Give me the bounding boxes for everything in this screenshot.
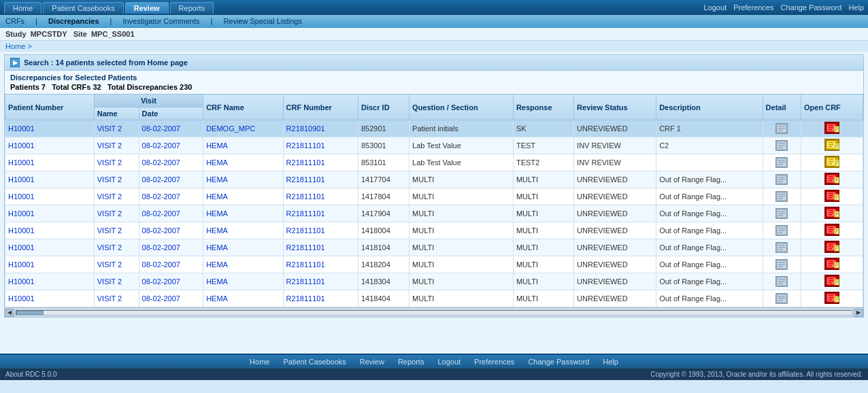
- cell-detail[interactable]: [763, 222, 801, 239]
- svg-rect-19: [829, 146, 832, 148]
- cell-patient: H10001: [5, 256, 95, 273]
- footer-reports-link[interactable]: Reports: [398, 358, 424, 366]
- cell-date: 08-02-2007: [139, 188, 203, 205]
- subnav-review-special-listings[interactable]: Review Special Listings: [223, 17, 302, 25]
- cell-question: MULTI: [410, 256, 514, 273]
- col-visit-header[interactable]: Visit: [94, 95, 203, 107]
- cell-question: MULTI: [410, 222, 514, 239]
- col-discr-id[interactable]: Discr ID: [358, 95, 410, 120]
- col-crf-number[interactable]: CRF Number: [283, 95, 358, 120]
- svg-rect-114: [829, 280, 833, 281]
- col-response[interactable]: Response: [513, 95, 573, 120]
- scrollbar-track[interactable]: [16, 310, 852, 315]
- footer-review-link[interactable]: Review: [360, 358, 384, 366]
- col-date[interactable]: Date: [139, 107, 203, 120]
- logout-link[interactable]: Logout: [704, 3, 727, 12]
- change-password-link[interactable]: Change Password: [780, 3, 841, 12]
- footer-change-password-link[interactable]: Change Password: [528, 358, 589, 366]
- cell-response: MULTI: [513, 205, 573, 222]
- tab-patient-casebooks[interactable]: Patient Casebooks: [43, 2, 123, 14]
- cell-detail[interactable]: [763, 120, 801, 137]
- cell-open-crf[interactable]: [801, 154, 863, 171]
- tab-home[interactable]: Home: [4, 2, 41, 14]
- footer-patient-casebooks-link[interactable]: Patient Casebooks: [283, 358, 346, 366]
- cell-detail[interactable]: [763, 256, 801, 273]
- table-row[interactable]: H10001 VISIT 2 08-02-2007 HEMA R21811101…: [5, 171, 863, 188]
- table-row[interactable]: H10001 VISIT 2 08-02-2007 HEMA R21811101…: [5, 188, 863, 205]
- cell-crf-name: HEMA: [203, 137, 283, 154]
- col-patient-number[interactable]: Patient Number: [5, 95, 95, 120]
- col-detail[interactable]: Detail: [763, 95, 801, 120]
- cell-crf-name: HEMA: [203, 188, 283, 205]
- col-review-status[interactable]: Review Status: [574, 95, 656, 120]
- cell-open-crf[interactable]: [801, 273, 863, 290]
- cell-question: MULTI: [410, 171, 514, 188]
- cell-open-crf[interactable]: [801, 290, 863, 307]
- cell-discr-id: 1417704: [358, 171, 410, 188]
- cell-detail[interactable]: [763, 154, 801, 171]
- cell-name: VISIT 2: [94, 222, 139, 239]
- table-row[interactable]: H10001 VISIT 2 08-02-2007 HEMA R21811101…: [5, 154, 863, 171]
- horizontal-scrollbar[interactable]: ◀ ▶: [5, 307, 863, 317]
- table-row[interactable]: H10001 VISIT 2 08-02-2007 HEMA R21811101…: [5, 137, 863, 154]
- table-row[interactable]: H10001 VISIT 2 08-02-2007 HEMA R21811101…: [5, 205, 863, 222]
- help-link[interactable]: Help: [848, 3, 864, 12]
- cell-open-crf[interactable]: [801, 188, 863, 205]
- cell-detail[interactable]: [763, 205, 801, 222]
- table-row[interactable]: H10001 VISIT 2 08-02-2007 HEMA R21811101…: [5, 239, 863, 256]
- footer-home-link[interactable]: Home: [250, 358, 269, 366]
- copyright-text: Copyright © 1993, 2013, Oracle and/or it…: [650, 371, 863, 378]
- cell-open-crf[interactable]: [801, 205, 863, 222]
- cell-crf-name: HEMA: [203, 256, 283, 273]
- cell-review-status: UNREVIEWED: [574, 273, 656, 290]
- breadcrumb[interactable]: Home >: [0, 41, 868, 52]
- cell-patient: H10001: [5, 290, 95, 307]
- col-description[interactable]: Description: [656, 95, 763, 120]
- cell-discr-id: 1417904: [358, 205, 410, 222]
- col-open-crf[interactable]: Open CRF: [801, 95, 863, 120]
- subnav-discrepancies[interactable]: Discrepancies: [48, 17, 99, 25]
- table-row[interactable]: H10001 VISIT 2 08-02-2007 HEMA R21811101…: [5, 256, 863, 273]
- cell-open-crf[interactable]: [801, 137, 863, 154]
- cell-open-crf[interactable]: [801, 239, 863, 256]
- tab-review[interactable]: Review: [125, 2, 169, 14]
- footer-help-link[interactable]: Help: [603, 358, 618, 366]
- svg-rect-55: [829, 197, 832, 199]
- footer-logout-link[interactable]: Logout: [437, 358, 461, 366]
- col-crf-name[interactable]: CRF Name: [203, 95, 283, 120]
- search-toggle-icon[interactable]: ▶: [10, 58, 20, 67]
- scroll-right-btn[interactable]: ▶: [854, 309, 863, 317]
- svg-rect-66: [829, 212, 833, 213]
- subnav-crfs[interactable]: CRFs: [5, 17, 24, 25]
- table-row[interactable]: H10001 VISIT 2 08-02-2007 HEMA R21811101…: [5, 222, 863, 239]
- cell-detail[interactable]: [763, 171, 801, 188]
- table-row[interactable]: H10001 VISIT 2 08-02-2007 DEMOG_MPC R218…: [5, 120, 863, 137]
- col-question[interactable]: Question / Section: [410, 95, 514, 120]
- cell-detail[interactable]: [763, 188, 801, 205]
- cell-response: MULTI: [513, 273, 573, 290]
- col-name[interactable]: Name: [94, 107, 139, 120]
- cell-open-crf[interactable]: [801, 120, 863, 137]
- cell-review-status: UNREVIEWED: [574, 120, 656, 137]
- cell-detail[interactable]: [763, 290, 801, 307]
- subnav-investigator-comments[interactable]: Investigator Comments: [122, 17, 199, 25]
- cell-open-crf[interactable]: [801, 171, 863, 188]
- app-version: About RDC 5.0.0: [5, 371, 57, 378]
- cell-crf-number: R21811101: [283, 222, 358, 239]
- scroll-left-btn[interactable]: ◀: [5, 309, 14, 317]
- cell-discr-id: 1418204: [358, 256, 410, 273]
- svg-rect-78: [829, 229, 833, 230]
- table-row[interactable]: H10001 VISIT 2 08-02-2007 HEMA R21811101…: [5, 273, 863, 290]
- cell-description: Out of Range Flag...: [656, 171, 763, 188]
- preferences-link[interactable]: Preferences: [733, 3, 773, 12]
- table-row[interactable]: H10001 VISIT 2 08-02-2007 HEMA R21811101…: [5, 290, 863, 307]
- discrepancy-stats: Patients 7 Total CRFs 32 Total Discrepan…: [10, 83, 858, 91]
- cell-open-crf[interactable]: [801, 222, 863, 239]
- footer-preferences-link[interactable]: Preferences: [474, 358, 514, 366]
- cell-detail[interactable]: [763, 137, 801, 154]
- cell-open-crf[interactable]: [801, 256, 863, 273]
- cell-detail[interactable]: [763, 239, 801, 256]
- cell-detail[interactable]: [763, 273, 801, 290]
- tab-reports[interactable]: Reports: [170, 2, 214, 14]
- scrollbar-thumb[interactable]: [16, 311, 44, 315]
